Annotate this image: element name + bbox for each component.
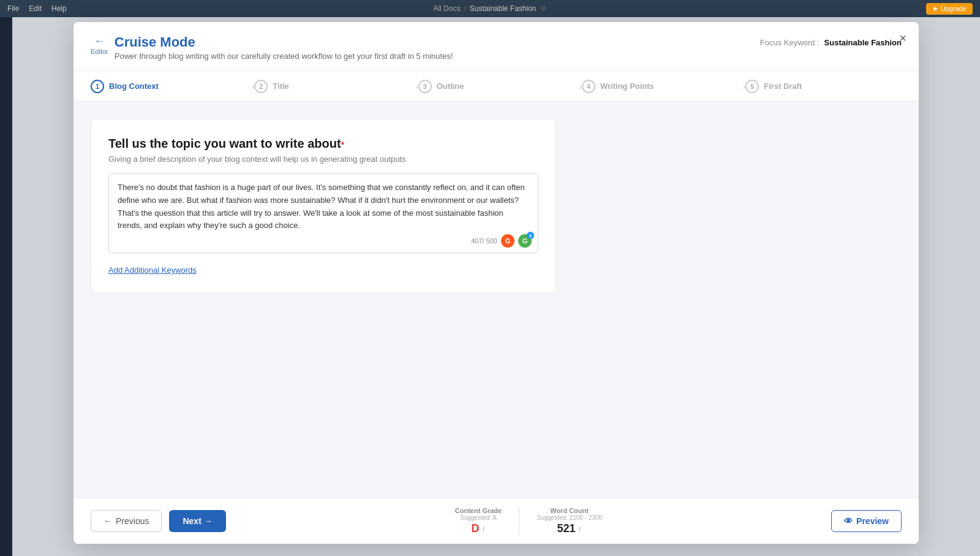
word-count-stat: Word Count Suggested: 2100 - 2300 521 ↑ xyxy=(519,507,619,535)
modal-title: Cruise Mode xyxy=(115,34,453,50)
grade-arrow-icon: ↑ xyxy=(482,525,486,533)
preview-label: Preview xyxy=(856,516,889,526)
step-4-number: 4 xyxy=(582,80,595,93)
back-to-editor-button[interactable]: ← Editor xyxy=(91,36,108,55)
step-3-label: Outline xyxy=(437,82,464,91)
preview-eye-icon: 👁 xyxy=(844,516,853,526)
footer-navigation: ← Previous Next → xyxy=(91,510,226,532)
step-2-number: 2 xyxy=(254,80,268,93)
prev-arrow-icon: ← xyxy=(104,516,112,526)
back-arrow-icon: ← xyxy=(94,36,104,47)
focus-keyword-value: Sustainable Fashion xyxy=(824,38,902,47)
section-title: Tell us the topic you want to write abou… xyxy=(108,137,538,151)
step-1-label: Blog Context xyxy=(109,82,159,91)
step-outline[interactable]: 3 Outline xyxy=(418,80,575,93)
word-count-suggested: Suggested: 2100 - 2300 xyxy=(537,514,602,521)
breadcrumb-current[interactable]: Sustainable Fashion xyxy=(470,4,537,13)
previous-button[interactable]: ← Previous xyxy=(91,510,162,532)
add-keywords-link[interactable]: Add Additional Keywords xyxy=(108,265,197,275)
word-count-arrow-icon: ↑ xyxy=(578,525,582,533)
required-star: * xyxy=(341,140,344,150)
blog-context-card: Tell us the topic you want to write abou… xyxy=(91,119,556,293)
char-count: 407/ 500 xyxy=(471,237,497,245)
modal-title-block: Cruise Mode Power through blog writing w… xyxy=(115,34,453,61)
menu-help[interactable]: Help xyxy=(51,4,67,13)
modal-body: Tell us the topic you want to write abou… xyxy=(74,102,919,498)
step-3-number: 3 xyxy=(418,80,432,93)
menu-file[interactable]: File xyxy=(7,4,19,13)
modal-footer: ← Previous Next → Content Grade Suggeste… xyxy=(74,498,919,544)
modal-overlay: ← Editor Cruise Mode Power through blog … xyxy=(12,17,980,556)
close-modal-button[interactable]: × xyxy=(899,32,907,44)
step-2-label: Title xyxy=(273,82,289,91)
focus-keyword-area: Focus Keyword : Sustainable Fashion xyxy=(760,38,902,47)
section-description: Giving a brief description of your blog … xyxy=(108,154,538,164)
menu-edit[interactable]: Edit xyxy=(29,4,42,13)
step-4-label: Writing Points xyxy=(600,82,654,91)
step-5-number: 5 xyxy=(745,80,759,93)
modal-header-left: ← Editor Cruise Mode Power through blog … xyxy=(91,34,453,61)
breadcrumb-separator: / xyxy=(464,4,466,13)
focus-keyword-label: Focus Keyword : xyxy=(760,38,820,47)
top-bar-right: ★ Upgrade xyxy=(926,3,973,15)
textarea-footer: 407/ 500 G G 2 xyxy=(471,234,532,248)
ai-icon-text: G xyxy=(522,237,528,245)
content-grade-label: Content Grade xyxy=(455,507,502,514)
grade-letter: D xyxy=(472,522,480,535)
sidebar-strip xyxy=(0,17,12,556)
step-blog-context[interactable]: 1 Blog Context xyxy=(91,80,247,93)
step-writing-points[interactable]: 4 Writing Points xyxy=(582,80,738,93)
footer-stats: Content Grade Suggested: A D ↑ Word Coun… xyxy=(438,507,619,535)
back-label: Editor xyxy=(91,48,108,55)
breadcrumb-icon: ⚙ xyxy=(540,4,547,13)
prev-label: Previous xyxy=(116,516,149,526)
grammarly-icon[interactable]: G xyxy=(501,234,514,248)
modal-header: ← Editor Cruise Mode Power through blog … xyxy=(74,22,919,71)
top-bar: File Edit Help All Docs / Sustainable Fa… xyxy=(0,0,980,17)
modal-subtitle: Power through blog writing with our care… xyxy=(115,51,453,61)
upgrade-icon: ★ xyxy=(932,5,938,13)
section-title-text: Tell us the topic you want to write abou… xyxy=(108,137,341,150)
steps-bar: 1 Blog Context › 2 Title › 3 Outline › 4… xyxy=(74,71,919,102)
footer-right: 👁 Preview xyxy=(831,510,902,532)
word-count-value: 521 ↑ xyxy=(557,522,582,535)
word-count-number: 521 xyxy=(557,522,576,535)
ai-assistant-icon[interactable]: G 2 xyxy=(518,234,532,248)
step-title[interactable]: 2 Title xyxy=(254,80,410,93)
breadcrumb-all-docs[interactable]: All Docs xyxy=(433,4,460,13)
blog-context-textarea[interactable] xyxy=(118,181,529,230)
top-bar-left: File Edit Help xyxy=(7,4,67,13)
step-first-draft[interactable]: 5 First Draft xyxy=(745,80,902,93)
ai-badge: 2 xyxy=(527,232,534,239)
step-1-number: 1 xyxy=(91,80,104,93)
content-grade-suggested: Suggested: A xyxy=(460,514,497,521)
upgrade-button[interactable]: ★ Upgrade xyxy=(926,3,973,15)
grammarly-icon-text: G xyxy=(505,237,511,245)
breadcrumb: All Docs / Sustainable Fashion ⚙ xyxy=(433,4,546,13)
blog-context-textarea-wrapper: 407/ 500 G G 2 xyxy=(108,173,538,253)
preview-button[interactable]: 👁 Preview xyxy=(831,510,902,532)
upgrade-label: Upgrade xyxy=(941,5,967,12)
next-label: Next → xyxy=(183,516,212,526)
word-count-label: Word Count xyxy=(550,507,589,514)
step-5-label: First Draft xyxy=(764,82,802,91)
content-grade-value: D ↑ xyxy=(472,522,486,535)
next-button[interactable]: Next → xyxy=(169,510,225,532)
cruise-mode-modal: ← Editor Cruise Mode Power through blog … xyxy=(74,22,919,544)
content-grade-stat: Content Grade Suggested: A D ↑ xyxy=(438,507,519,535)
